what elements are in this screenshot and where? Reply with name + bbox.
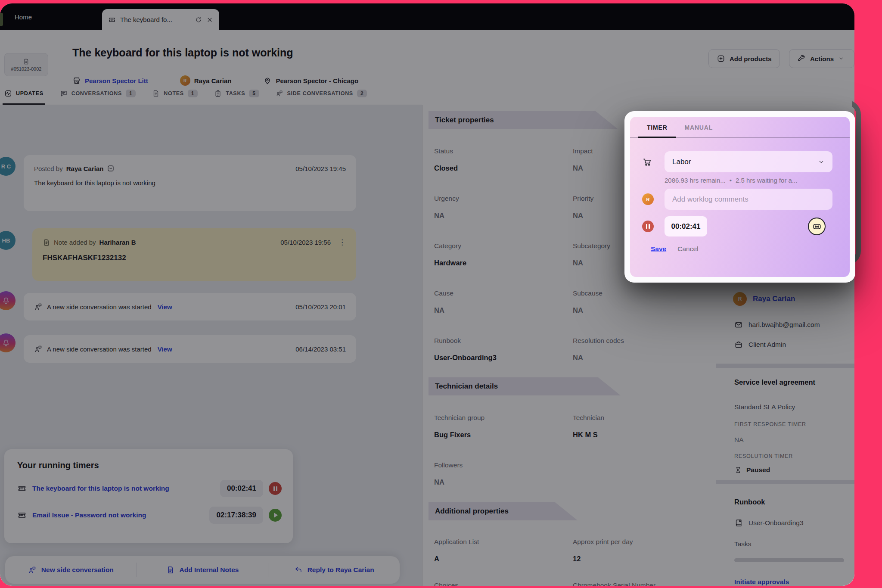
chevron-down-icon [838,56,844,62]
refresh-icon[interactable] [195,16,202,23]
property-label: Priority [573,195,593,202]
note-icon [166,566,175,574]
property-label: Technician [573,414,604,422]
post-card: Posted by Raya Carian 05/10/2023 19:45 T… [24,155,356,211]
event-timestamp: 05/10/2023 20:01 [295,303,346,311]
cancel-button[interactable]: Cancel [677,245,698,253]
tab-timer[interactable]: TIMER [638,117,676,138]
note-body: FHSKAFHASKF1232132 [32,247,356,262]
home-nav[interactable]: Home [15,3,32,30]
requester-avatar: R [733,292,747,306]
property-label: Status [434,147,453,155]
start-timer-button[interactable] [269,509,282,522]
view-link[interactable]: View [158,345,172,353]
requester-name-link[interactable]: Raya Carian [753,295,795,303]
property-label: Subcause [573,289,602,297]
side-conversation-icon [28,566,37,574]
property-value: A [434,555,439,563]
property-value: NA [573,306,583,314]
agent-avatar: R [642,193,654,205]
save-button[interactable]: Save [651,245,666,253]
ticket-icon [17,510,27,520]
property-value: User-Onboarding3 [434,354,497,362]
screen: Home The keyboard fo... #051023-0002 The… [0,0,882,588]
property-value: Bug Fixers [434,431,471,439]
sla-remaining-info: 2086.93 hrs remain... • 2.5 hrs waiting … [665,177,839,184]
post-author: Raya Carian [66,165,104,172]
add-products-label: Add products [730,55,772,62]
pause-timer-button[interactable] [642,221,654,232]
mail-icon [734,320,743,329]
sla-resolution-row: Paused [734,466,770,474]
requester-role-row: Client Admin [734,340,786,349]
notes-icon [152,90,160,97]
side-conversation-event: A new side conversation was started View… [24,335,356,363]
timer-ticket-link[interactable]: The keyboard for this laptop is not work… [32,485,169,492]
bell-icon [0,291,16,310]
note-author: Hariharan B [99,239,136,246]
property-label: Application List [434,538,479,546]
property-value: NA [434,478,444,486]
document-icon [23,58,30,65]
ticket-tabs: UPDATES CONVERSATIONS 1 NOTES 1 TASKS 5 … [4,82,367,105]
initiate-approvals-link[interactable]: Initiate approvals [734,578,789,586]
app-window: Home The keyboard fo... #051023-0002 The… [0,3,854,586]
bullet-separator: • [730,177,732,184]
view-link[interactable]: View [158,303,172,311]
add-internal-notes-button[interactable]: Add Internal Notes [137,556,268,584]
timer-popup-panel: TIMER MANUAL Labor 2086.93 hrs remain...… [630,117,850,277]
close-tab-icon[interactable] [206,16,213,23]
elapsed-time: 00:02:41 [665,216,707,236]
tasks-progress-bar [734,558,844,562]
timesheet-meter-button[interactable] [808,218,826,235]
tab-tasks[interactable]: TASKS 5 [214,82,259,105]
ticket-id-badge[interactable]: #051023-0002 [4,53,48,76]
chevron-down-icon [818,159,825,165]
tab-notes[interactable]: NOTES 1 [152,82,198,105]
note-prefix: Note added by [54,239,96,246]
post-prefix: Posted by [34,165,63,172]
property-value: NA [573,354,583,362]
timer-ticket-link[interactable]: Email Issue - Password not working [32,511,146,519]
add-products-button[interactable]: Add products [708,49,780,68]
updates-feed: R C Posted by Raya Carian 05/10/2023 19:… [0,105,422,586]
section-header: Technician details [429,377,621,395]
property-label: Chromebook Serial Number [573,582,655,586]
new-side-conversation-button[interactable]: New side conversation [5,556,137,584]
reply-button[interactable]: Reply to Raya Carian [268,556,400,584]
tab-manual[interactable]: MANUAL [676,117,721,137]
source-dropdown-icon[interactable] [107,165,115,172]
tab-side-conversations[interactable]: SIDE CONVERSATIONS 2 [276,82,367,105]
reply-icon [294,566,303,574]
bell-icon [0,333,16,352]
sla-resolution-label: RESOLUTION TIMER [734,453,793,459]
ticket-icon [108,16,116,24]
property-value: 12 [573,555,581,563]
property-value: NA [573,164,583,172]
worklog-comments-input[interactable] [665,189,832,210]
tools-icon [797,54,806,63]
worklog-category-value: Labor [672,158,691,166]
tab-conversations[interactable]: CONVERSATIONS 1 [60,82,136,105]
sla-title: Service level agreement [734,378,815,386]
sla-policy: Standard SLA Policy [734,403,795,411]
property-label: Technician group [434,414,484,422]
timer-popup-tabs: TIMER MANUAL [630,117,850,138]
kebab-menu-icon[interactable]: ⋮ [339,238,346,247]
conversations-badge: 1 [126,90,136,97]
actions-button[interactable]: Actions [789,49,854,68]
running-timers-title: Your running timers [4,449,293,470]
avatar: HB [0,231,16,250]
top-bar: Home The keyboard fo... [0,3,854,30]
property-value: NA [573,212,583,220]
composer-bar: New side conversation Add Internal Notes… [5,556,400,584]
runbook-title: Runbook [734,498,765,506]
ticket-tab[interactable]: The keyboard fo... [102,9,219,30]
briefcase-icon [734,340,743,349]
app-logo [0,13,3,26]
section-header: Additional properties [429,502,578,520]
worklog-category-select[interactable]: Labor [665,151,832,172]
post-timestamp: 05/10/2023 19:45 [295,165,346,172]
tab-updates[interactable]: UPDATES [4,82,43,105]
pause-timer-button[interactable] [269,482,282,495]
